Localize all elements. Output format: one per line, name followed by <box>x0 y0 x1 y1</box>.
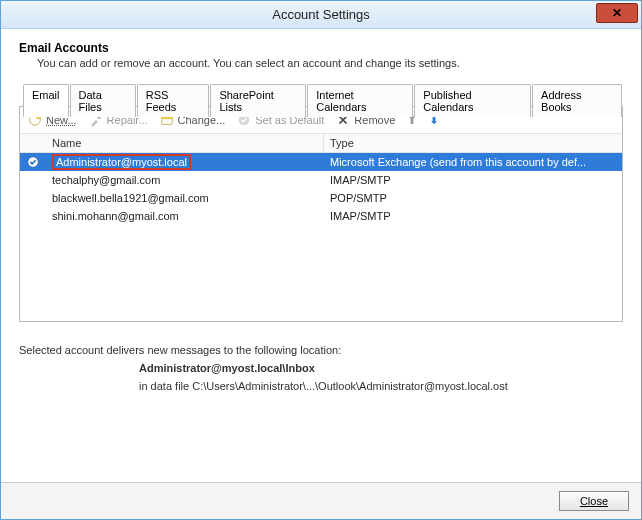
default-check-icon <box>20 153 46 171</box>
close-icon: ✕ <box>612 6 622 20</box>
tab-address-books[interactable]: Address Books <box>532 84 622 117</box>
account-row[interactable]: shini.mohann@gmail.com IMAP/SMTP <box>20 207 622 225</box>
content-area: Email Accounts You can add or remove an … <box>1 29 641 482</box>
tab-rss-feeds[interactable]: RSS Feeds <box>137 84 210 117</box>
list-header: Name Type <box>20 133 622 153</box>
delivery-datafile: in data file C:\Users\Administrator\...\… <box>139 380 623 392</box>
account-row[interactable]: Administrator@myost.local Microsoft Exch… <box>20 153 622 171</box>
delivery-info: Selected account delivers new messages t… <box>19 344 623 392</box>
dialog-footer: Close <box>1 482 641 519</box>
window-title: Account Settings <box>272 7 370 22</box>
account-type: POP/SMTP <box>324 190 622 206</box>
delivery-lead: Selected account delivers new messages t… <box>19 344 623 356</box>
section-subheading: You can add or remove an account. You ca… <box>37 57 623 69</box>
tab-email[interactable]: Email <box>23 84 69 117</box>
tab-internet-calendars[interactable]: Internet Calendars <box>307 84 413 117</box>
tab-published-calendars[interactable]: Published Calendars <box>414 84 531 117</box>
column-default[interactable] <box>20 134 46 152</box>
account-name: techalphy@gmail.com <box>46 172 324 188</box>
delivery-location: Administrator@myost.local\Inbox <box>139 362 623 374</box>
account-list: Administrator@myost.local Microsoft Exch… <box>20 153 622 321</box>
column-name[interactable]: Name <box>46 134 324 152</box>
window-close-button[interactable]: ✕ <box>596 3 638 23</box>
tab-data-files[interactable]: Data Files <box>70 84 136 117</box>
account-settings-window: Account Settings ✕ Email Accounts You ca… <box>0 0 642 520</box>
account-type: IMAP/SMTP <box>324 208 622 224</box>
account-name: Administrator@myost.local <box>46 154 324 170</box>
email-panel: New... Repair... Change... <box>19 106 623 322</box>
tab-sharepoint-lists[interactable]: SharePoint Lists <box>210 84 306 117</box>
account-type: Microsoft Exchange (send from this accou… <box>324 154 622 170</box>
tab-container: Email Data Files RSS Feeds SharePoint Li… <box>19 83 623 322</box>
column-type[interactable]: Type <box>324 134 622 152</box>
account-name: blackwell.bella1921@gmail.com <box>46 190 324 206</box>
tabstrip: Email Data Files RSS Feeds SharePoint Li… <box>19 83 623 116</box>
titlebar: Account Settings ✕ <box>1 1 641 29</box>
close-button[interactable]: Close <box>559 491 629 511</box>
account-type: IMAP/SMTP <box>324 172 622 188</box>
account-name: shini.mohann@gmail.com <box>46 208 324 224</box>
section-heading: Email Accounts <box>19 41 623 55</box>
account-row[interactable]: techalphy@gmail.com IMAP/SMTP <box>20 171 622 189</box>
account-row[interactable]: blackwell.bella1921@gmail.com POP/SMTP <box>20 189 622 207</box>
